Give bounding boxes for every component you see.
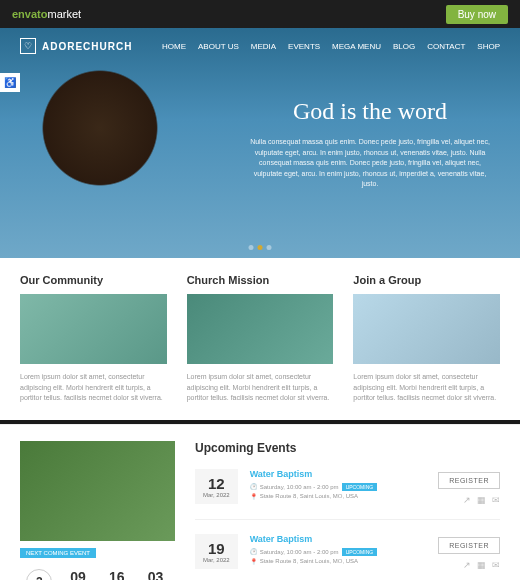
countdown-days: 2Days <box>20 569 59 581</box>
feature-desc: Lorem ipsum dolor sit amet, consectetur … <box>20 372 167 404</box>
event-date-box: 12 Mar, 2022 <box>195 469 238 504</box>
countdown-hours: 09Hours <box>59 569 98 581</box>
feature-desc: Lorem ipsum dolor sit amet, consectetur … <box>187 372 334 404</box>
feature-desc: Lorem ipsum dolor sit amet, consectetur … <box>353 372 500 404</box>
clock-icon: 🕐 <box>250 483 257 490</box>
next-event-badge: NEXT COMING EVENT <box>20 548 96 558</box>
slider-dot[interactable] <box>249 245 254 250</box>
upcoming-badge: UPCOMING <box>342 483 378 491</box>
feature-image[interactable] <box>187 294 334 364</box>
feature-image[interactable] <box>353 294 500 364</box>
buy-now-button[interactable]: Buy now <box>446 5 508 24</box>
countdown-minutes: 16Minutes <box>98 569 137 581</box>
nav-home[interactable]: HOME <box>162 42 186 51</box>
hero-content: God is the word Nulla consequat massa qu… <box>250 98 490 190</box>
event-actions: REGISTER ↗ ▦ ✉ <box>438 469 500 505</box>
slider-dot[interactable] <box>267 245 272 250</box>
share-icon[interactable]: ↗ <box>463 560 471 570</box>
event-info: Water Baptism 🕐Saturday, 10:00 am - 2:00… <box>250 534 427 567</box>
event-actions: REGISTER ↗ ▦ ✉ <box>438 534 500 570</box>
main-nav: HOME ABOUT US MEDIA EVENTS MEGA MENU BLO… <box>162 42 500 51</box>
hero-subtitle: Nulla consequat massa quis enim. Donec p… <box>250 137 490 190</box>
hero-title: God is the word <box>250 98 490 125</box>
pin-icon: 📍 <box>250 558 257 565</box>
events-section: NEXT COMING EVENT 2Days 09Hours 16Minute… <box>0 424 520 581</box>
features-row: Our Community Lorem ipsum dolor sit amet… <box>0 258 520 420</box>
featured-event-image[interactable] <box>20 441 175 541</box>
mail-icon[interactable]: ✉ <box>492 560 500 570</box>
accessibility-icon[interactable]: ♿ <box>0 73 20 92</box>
nav-blog[interactable]: BLOG <box>393 42 415 51</box>
event-date-box: 19 Mar, 2022 <box>195 534 238 569</box>
site-header: ♡ ADORECHURCH HOME ABOUT US MEDIA EVENTS… <box>0 28 520 64</box>
nav-contact[interactable]: CONTACT <box>427 42 465 51</box>
calendar-icon[interactable]: ▦ <box>477 560 486 570</box>
event-row: 19 Mar, 2022 Water Baptism 🕐Saturday, 10… <box>195 534 500 581</box>
envato-logo[interactable]: envatomarket <box>12 8 81 20</box>
upcoming-badge: UPCOMING <box>342 548 378 556</box>
hero-section: ♡ ADORECHURCH HOME ABOUT US MEDIA EVENTS… <box>0 28 520 258</box>
nav-media[interactable]: MEDIA <box>251 42 276 51</box>
feature-community: Our Community Lorem ipsum dolor sit amet… <box>20 274 167 404</box>
register-button[interactable]: REGISTER <box>438 537 500 554</box>
event-info: Water Baptism 🕐Saturday, 10:00 am - 2:00… <box>250 469 427 502</box>
envato-bar: envatomarket Buy now <box>0 0 520 28</box>
countdown-seconds: 03Seconds <box>136 569 175 581</box>
calendar-icon[interactable]: ▦ <box>477 495 486 505</box>
nav-shop[interactable]: SHOP <box>477 42 500 51</box>
feature-image[interactable] <box>20 294 167 364</box>
nav-events[interactable]: EVENTS <box>288 42 320 51</box>
upcoming-title: Upcoming Events <box>195 441 500 455</box>
feature-title: Join a Group <box>353 274 500 286</box>
feature-group: Join a Group Lorem ipsum dolor sit amet,… <box>353 274 500 404</box>
share-icon[interactable]: ↗ <box>463 495 471 505</box>
feature-title: Church Mission <box>187 274 334 286</box>
register-button[interactable]: REGISTER <box>438 472 500 489</box>
countdown: 2Days 09Hours 16Minutes 03Seconds <box>20 559 175 581</box>
event-title-link[interactable]: Water Baptism <box>250 469 427 479</box>
slider-dots <box>249 245 272 250</box>
event-title-link[interactable]: Water Baptism <box>250 534 427 544</box>
upcoming-events-column: Upcoming Events 12 Mar, 2022 Water Bapti… <box>195 441 500 581</box>
next-event-column: NEXT COMING EVENT 2Days 09Hours 16Minute… <box>20 441 175 581</box>
heart-icon: ♡ <box>20 38 36 54</box>
nav-mega[interactable]: MEGA MENU <box>332 42 381 51</box>
event-row: 12 Mar, 2022 Water Baptism 🕐Saturday, 10… <box>195 469 500 520</box>
pin-icon: 📍 <box>250 493 257 500</box>
slider-dot-active[interactable] <box>258 245 263 250</box>
feature-title: Our Community <box>20 274 167 286</box>
nav-about[interactable]: ABOUT US <box>198 42 239 51</box>
feature-mission: Church Mission Lorem ipsum dolor sit ame… <box>187 274 334 404</box>
clock-icon: 🕐 <box>250 548 257 555</box>
site-logo[interactable]: ♡ ADORECHURCH <box>20 38 132 54</box>
mail-icon[interactable]: ✉ <box>492 495 500 505</box>
